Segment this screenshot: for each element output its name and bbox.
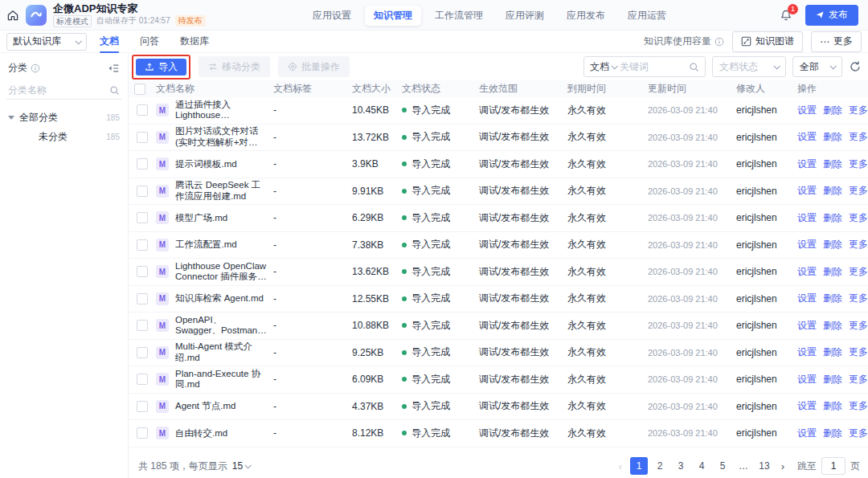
row-checkbox[interactable] [137, 320, 148, 331]
page-number[interactable]: 13 [755, 457, 773, 475]
move-category-button[interactable]: 移动分类 [199, 56, 270, 77]
delete-link[interactable]: 删除 [823, 373, 842, 386]
nav-item[interactable]: 知识管理 [365, 6, 421, 26]
delete-link[interactable]: 删除 [823, 292, 842, 305]
nav-item[interactable]: 应用设置 [304, 6, 360, 26]
more-link[interactable]: 更多 [849, 265, 868, 279]
more-link[interactable]: 更多 [849, 373, 868, 386]
row-checkbox[interactable] [137, 239, 148, 251]
search-icon[interactable] [689, 62, 699, 72]
select-all-checkbox[interactable] [134, 84, 145, 95]
nav-item[interactable]: 工作流管理 [426, 6, 492, 26]
category-tree-item[interactable]: 未分类 185 [6, 127, 121, 146]
doc-name-link[interactable]: 腾讯云 DeepSeek 工作流应用创建.md [175, 180, 267, 202]
row-checkbox[interactable] [137, 293, 148, 304]
settings-link[interactable]: 设置 [797, 345, 817, 359]
more-link[interactable]: 更多 [849, 211, 868, 225]
doc-name-link[interactable]: Plan-and-Execute 协同.md [175, 369, 267, 390]
delete-link[interactable]: 删除 [823, 130, 842, 144]
more-link[interactable]: 更多 [849, 238, 868, 251]
settings-link[interactable]: 设置 [797, 292, 817, 305]
more-link[interactable]: 更多 [849, 399, 868, 413]
settings-link[interactable]: 设置 [797, 211, 817, 225]
page-number[interactable]: … [735, 457, 752, 475]
refresh-icon[interactable] [849, 60, 862, 73]
doc-name-link[interactable]: 知识库检索 Agent.md [175, 293, 264, 304]
delete-link[interactable]: 删除 [823, 427, 842, 440]
notification-bell-icon[interactable]: 1 [780, 9, 792, 22]
scope-filter[interactable]: 全部 [792, 56, 842, 77]
settings-link[interactable]: 设置 [797, 373, 817, 386]
home-icon[interactable] [6, 9, 19, 22]
row-checkbox[interactable] [137, 266, 148, 277]
nav-item[interactable]: 应用发布 [558, 6, 614, 26]
more-link[interactable]: 更多 [849, 130, 868, 144]
settings-link[interactable]: 设置 [797, 104, 817, 117]
delete-link[interactable]: 删除 [823, 345, 842, 359]
more-link[interactable]: 更多 [849, 157, 868, 171]
row-checkbox[interactable] [137, 132, 148, 143]
page-size-select[interactable]: 15 [232, 460, 250, 472]
doc-name-link[interactable]: Lighthouse OpenClaw Connector 插件服务协议.md [175, 261, 267, 283]
keyword-input[interactable] [620, 61, 669, 72]
delete-link[interactable]: 删除 [823, 238, 842, 251]
kb-tab[interactable]: 文档 [100, 31, 119, 53]
category-search-input[interactable] [8, 84, 109, 96]
nav-item[interactable]: 应用运营 [619, 6, 675, 26]
delete-link[interactable]: 删除 [823, 157, 842, 171]
doc-name-link[interactable]: 自由转交.md [175, 428, 227, 439]
next-page-icon[interactable]: › [776, 460, 789, 472]
nav-item[interactable]: 应用评测 [497, 6, 553, 26]
doc-name-link[interactable]: 通过插件接入 Lighthouse Openclaw.md [175, 100, 267, 121]
more-link[interactable]: 更多 [849, 319, 868, 333]
page-number[interactable]: 4 [693, 457, 710, 475]
delete-link[interactable]: 删除 [823, 319, 842, 333]
doc-name-link[interactable]: 工作流配置.md [175, 239, 237, 251]
more-link[interactable]: 更多 [849, 104, 868, 117]
settings-link[interactable]: 设置 [797, 319, 817, 333]
page-number[interactable]: 3 [672, 457, 690, 475]
page-number[interactable]: 1 [630, 457, 648, 475]
kb-tab[interactable]: 数据库 [180, 31, 209, 53]
settings-link[interactable]: 设置 [797, 184, 817, 198]
more-link[interactable]: 更多 [849, 345, 868, 359]
prev-page-icon[interactable]: ‹ [614, 460, 627, 472]
page-number[interactable]: 5 [714, 457, 731, 475]
kb-selector[interactable]: 默认知识库 [6, 33, 87, 51]
jump-page-input[interactable] [821, 457, 845, 475]
doc-name-link[interactable]: Multi-Agent 模式介绍.md [175, 341, 267, 363]
doc-name-link[interactable]: 提示词模板.md [175, 159, 237, 170]
delete-link[interactable]: 删除 [823, 184, 842, 198]
delete-link[interactable]: 删除 [823, 399, 842, 413]
doc-name-link[interactable]: 模型广场.md [175, 213, 227, 224]
doc-name-link[interactable]: Agent 节点.md [175, 401, 235, 412]
more-button[interactable]: ⋯ 更多 [811, 31, 862, 52]
settings-link[interactable]: 设置 [797, 265, 817, 279]
tree-collapse-icon[interactable] [108, 63, 120, 74]
search-scope-select[interactable]: 文档 [590, 60, 616, 74]
row-checkbox[interactable] [137, 186, 148, 197]
settings-link[interactable]: 设置 [797, 157, 817, 171]
more-link[interactable]: 更多 [849, 427, 868, 440]
row-checkbox[interactable] [137, 158, 148, 170]
delete-link[interactable]: 删除 [823, 211, 842, 225]
doc-status-filter[interactable]: 文档状态 [712, 56, 786, 77]
batch-operation-button[interactable]: 批量操作 [278, 56, 350, 77]
caret-down-icon[interactable] [8, 116, 14, 120]
more-link[interactable]: 更多 [849, 292, 868, 305]
delete-link[interactable]: 删除 [823, 265, 842, 279]
settings-link[interactable]: 设置 [797, 427, 817, 440]
publish-button[interactable]: 发布 [805, 5, 858, 26]
row-checkbox[interactable] [137, 401, 148, 412]
page-number[interactable]: 2 [651, 457, 669, 475]
settings-link[interactable]: 设置 [797, 238, 817, 251]
import-button[interactable]: 导入 [136, 59, 186, 76]
doc-name-link[interactable]: 图片对话或文件对话(实时文档解析+对话).md [175, 126, 267, 148]
row-checkbox[interactable] [137, 347, 148, 358]
delete-link[interactable]: 删除 [823, 104, 842, 117]
settings-link[interactable]: 设置 [797, 130, 817, 144]
settings-link[interactable]: 设置 [797, 399, 817, 413]
doc-name-link[interactable]: OpenAPI、Swagger、Postman 协议的使用说明.md [175, 315, 267, 337]
row-checkbox[interactable] [137, 212, 148, 223]
row-checkbox[interactable] [137, 374, 148, 385]
